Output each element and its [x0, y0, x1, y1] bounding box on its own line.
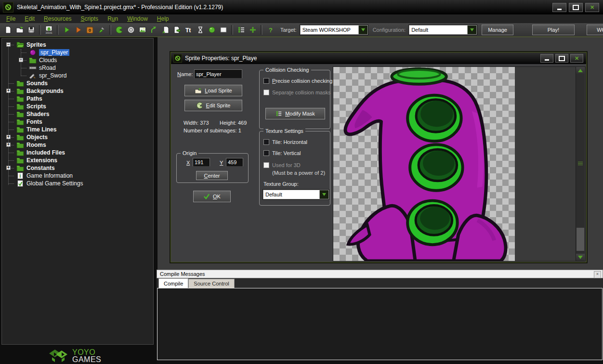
help-button[interactable]: ?: [265, 25, 276, 36]
tree-item-rooms[interactable]: Rooms: [2, 141, 153, 149]
run-button[interactable]: [61, 25, 72, 36]
expand-icon[interactable]: [6, 166, 11, 170]
create-background-button[interactable]: [137, 25, 148, 36]
tree-item-objects[interactable]: Objects: [2, 133, 153, 141]
tree-item-included-files[interactable]: Included Files: [2, 149, 153, 156]
new-project-button[interactable]: [2, 25, 13, 36]
tree-item-fonts[interactable]: Fonts: [2, 118, 153, 126]
tree-item-extensions[interactable]: Extensions: [2, 156, 153, 164]
tile-horizontal-checkbox[interactable]: [263, 139, 269, 145]
target-select[interactable]: Steam WORKSHOP: [300, 25, 368, 35]
sprite-player-icon: [29, 49, 37, 56]
target-dropdown-button[interactable]: [358, 25, 368, 35]
create-object-button[interactable]: [206, 25, 217, 36]
ok-button[interactable]: OK: [193, 191, 231, 202]
create-script-button[interactable]: [160, 25, 171, 36]
toolbar-separator: [57, 25, 59, 35]
expand-icon[interactable]: [6, 135, 11, 139]
add-resource-button[interactable]: [247, 25, 258, 36]
tab-source-control[interactable]: Source Control: [188, 279, 234, 288]
configuration-select[interactable]: Default: [408, 25, 477, 35]
debug-button[interactable]: 0: [84, 25, 95, 36]
dialog-minimize-button[interactable]: [540, 54, 553, 63]
logo-line-2: GAMES: [72, 356, 101, 363]
scroll-up-button[interactable]: [576, 67, 585, 74]
scroll-down-button[interactable]: [576, 254, 585, 261]
create-path-button[interactable]: [148, 25, 159, 36]
tree-item-sounds[interactable]: Sounds: [2, 79, 153, 87]
menu-scripts[interactable]: Scripts: [80, 15, 98, 22]
maximize-button[interactable]: [569, 3, 583, 12]
menu-help[interactable]: Help: [157, 15, 169, 22]
precise-collision-checkbox[interactable]: [263, 78, 269, 84]
tree-item-global-game-settings[interactable]: Global Game Settings: [2, 180, 153, 187]
macros-button[interactable]: [236, 25, 247, 36]
origin-x-input[interactable]: [193, 158, 210, 167]
workshop-button[interactable]: WORKSHOP: [587, 25, 603, 35]
hourglass-icon: [197, 26, 204, 34]
tree-item-shaders[interactable]: Shaders: [2, 110, 153, 118]
create-timeline-button[interactable]: [195, 25, 206, 36]
tree-item-scripts[interactable]: Scripts: [2, 103, 153, 110]
menu-file[interactable]: File: [6, 15, 15, 22]
clean-button[interactable]: [96, 25, 107, 36]
tree-item-constants[interactable]: Constants: [2, 164, 153, 172]
tree-item-game-information[interactable]: i Game Information: [2, 172, 153, 180]
sprite-height-text: Height: 469: [220, 120, 247, 126]
tree-item-sroad[interactable]: sRoad: [2, 64, 153, 72]
sound-icon: [127, 26, 135, 34]
menu-window[interactable]: Window: [127, 15, 148, 22]
minimize-button[interactable]: [552, 3, 566, 12]
dialog-maximize-button[interactable]: [555, 54, 568, 63]
origin-y-input[interactable]: [226, 158, 243, 167]
run-debug-button[interactable]: [73, 25, 84, 36]
tree-item-spr-player[interactable]: spr_Player: [2, 49, 153, 56]
compile-output-area[interactable]: [157, 288, 603, 360]
dialog-close-button[interactable]: ✕: [570, 54, 583, 63]
scrollbar-thumb[interactable]: [577, 228, 584, 251]
edit-sprite-button[interactable]: Edit Sprite: [184, 100, 242, 111]
configuration-dropdown-button[interactable]: [467, 25, 477, 35]
folder-icon: [16, 118, 24, 125]
tree-item-clouds[interactable]: Clouds: [2, 56, 153, 64]
separate-masks-checkbox[interactable]: [263, 90, 269, 95]
expand-icon[interactable]: [6, 143, 11, 147]
modify-mask-button[interactable]: Modify Mask: [265, 108, 325, 119]
tree-item-backgrounds[interactable]: Backgrounds: [2, 87, 153, 95]
tile-vertical-checkbox[interactable]: [263, 150, 269, 156]
load-sprite-button[interactable]: Load Sprite: [184, 85, 242, 96]
collapse-icon[interactable]: [6, 42, 11, 47]
preview-vertical-scrollbar[interactable]: [576, 67, 585, 261]
tab-compile[interactable]: Compile: [158, 278, 188, 288]
create-shader-button[interactable]: [171, 25, 183, 36]
panel-close-icon[interactable]: ×: [594, 271, 601, 278]
create-sprite-button[interactable]: [114, 25, 125, 36]
expand-icon[interactable]: [6, 89, 11, 93]
menu-resources[interactable]: Resources: [44, 15, 71, 22]
center-button[interactable]: Center: [196, 171, 228, 180]
texture-group-dropdown-button[interactable]: [319, 190, 329, 199]
create-executable-button[interactable]: 10101: [43, 25, 54, 36]
dialog-title-bar[interactable]: Sprite Properties: spr_Playe ✕: [171, 52, 586, 64]
tree-item-time-lines[interactable]: Time Lines: [2, 126, 153, 133]
name-input[interactable]: [194, 69, 242, 78]
left-column: Sprites spr_Player Clouds sRoad spr_Swor…: [0, 37, 157, 364]
tree-item-paths[interactable]: Paths: [2, 95, 153, 103]
menu-run[interactable]: Run: [107, 15, 118, 22]
texture-group-select[interactable]: Default: [262, 189, 329, 200]
play-button[interactable]: Play!: [532, 25, 575, 35]
manage-button[interactable]: Manage: [482, 25, 513, 35]
menu-edit[interactable]: Edit: [25, 15, 35, 22]
tree-item-spr-sword[interactable]: spr_Sword: [2, 72, 153, 79]
used-for-3d-checkbox[interactable]: [263, 162, 269, 168]
create-sound-button[interactable]: [125, 25, 136, 36]
expand-icon[interactable]: [19, 58, 23, 62]
open-project-button[interactable]: [14, 25, 25, 36]
close-button[interactable]: ✕: [585, 3, 599, 12]
app-logo-icon: [3, 2, 13, 13]
tree-item-label: Sounds: [26, 80, 48, 87]
create-font-button[interactable]: Tt: [183, 25, 194, 36]
create-room-button[interactable]: [218, 25, 229, 36]
save-button[interactable]: [26, 25, 37, 36]
tree-item-sprites[interactable]: Sprites: [2, 41, 153, 49]
